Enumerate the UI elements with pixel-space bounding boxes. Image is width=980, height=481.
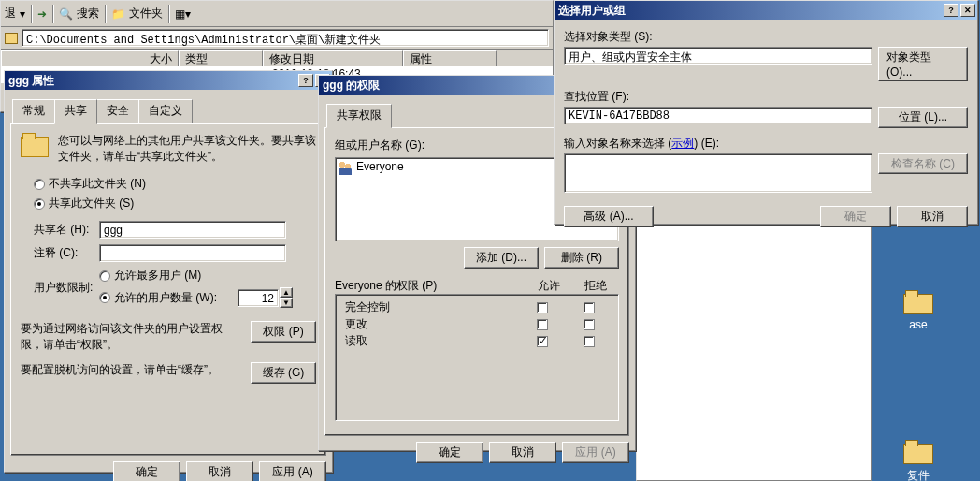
perm-change: 更改 — [339, 316, 521, 332]
search-label[interactable]: 搜索 — [77, 6, 99, 22]
remove-button[interactable]: 删除 (R) — [544, 247, 619, 269]
folders-icon[interactable]: 📁 — [111, 7, 125, 21]
chk-full-allow[interactable] — [537, 302, 548, 313]
label-perm-for: Everyone 的权限 (P) — [335, 278, 526, 294]
col-allow: 允许 — [526, 278, 572, 294]
check-names-button[interactable]: 检查名称 (C) — [878, 153, 968, 174]
chk-change-deny[interactable] — [584, 319, 595, 330]
select-users-dialog: 选择用户或组 ? ✕ 选择对象类型 (S): 用户、组或内置安全主体 对象类型 … — [554, 0, 978, 225]
view-icon[interactable]: ▦▾ — [175, 7, 191, 21]
location-field: KEVIN-6A17BBD88 — [564, 107, 872, 124]
caching-button[interactable]: 缓存 (G) — [251, 362, 316, 384]
chk-read-allow[interactable] — [537, 336, 548, 347]
col-attrs[interactable]: 属性 — [403, 50, 497, 66]
cancel-button[interactable]: 取消 — [897, 206, 968, 227]
apply-button[interactable]: 应用 (A) — [259, 461, 326, 481]
perm-full: 完全控制 — [339, 299, 521, 315]
spin-up[interactable]: ▲ — [280, 287, 293, 298]
permissions-button[interactable]: 权限 (P) — [251, 321, 316, 343]
close-button[interactable]: ✕ — [960, 4, 975, 17]
label-userlimit: 用户数限制: — [34, 280, 99, 296]
example-link[interactable]: 示例 — [671, 137, 694, 150]
tab-share[interactable]: 共享 — [54, 99, 97, 124]
add-button[interactable]: 添加 (D)... — [464, 247, 539, 269]
folders-label[interactable]: 文件夹 — [129, 6, 163, 22]
chk-change-allow[interactable] — [537, 319, 548, 330]
address-input[interactable]: C:\Documents and Settings\Administrator\… — [22, 29, 549, 47]
col-type[interactable]: 类型 — [179, 50, 263, 66]
tab-security[interactable]: 安全 — [96, 99, 139, 123]
properties-title: ggg 属性 — [8, 73, 54, 89]
sharename-input[interactable]: ggg — [99, 221, 286, 239]
folder-icon — [903, 290, 933, 314]
label-sharename: 共享名 (H): — [34, 222, 99, 238]
desktop-item-ase[interactable]: ase — [890, 290, 946, 331]
col-size[interactable]: 大小 — [1, 50, 179, 66]
spin-down[interactable]: ▼ — [280, 298, 293, 308]
apply-button[interactable]: 应用 (A) — [562, 442, 629, 463]
folder-icon — [903, 440, 933, 464]
properties-dialog: ggg 属性 ? ✕ 常规 共享 安全 自定义 您可以与网络上的其他用户共享该文… — [4, 70, 333, 473]
search-icon[interactable]: 🔍 — [59, 7, 73, 21]
help-button[interactable]: ? — [944, 4, 958, 17]
advanced-button[interactable]: 高级 (A)... — [564, 206, 654, 227]
location-button[interactable]: 位置 (L)... — [878, 107, 968, 128]
share-folder-icon — [21, 133, 50, 159]
desktop-item-copy[interactable]: 复件 — [890, 440, 946, 481]
tab-general[interactable]: 常规 — [12, 99, 55, 123]
col-deny: 拒绝 — [572, 278, 619, 294]
properties-tabs: 常规 共享 安全 自定义 — [10, 99, 326, 123]
chk-full-deny[interactable] — [584, 302, 595, 313]
desktop-item-label: 复件 — [907, 469, 930, 481]
label-comment: 注释 (C): — [34, 245, 99, 261]
cancel-button[interactable]: 取消 — [489, 442, 556, 463]
cache-note: 要配置脱机访问的设置，请单击“缓存”。 — [21, 362, 243, 378]
column-headers: 大小 类型 修改日期 属性 — [1, 50, 553, 66]
comment-input[interactable] — [99, 244, 286, 262]
radio-share[interactable]: 共享此文件夹 (S) — [34, 196, 134, 211]
cancel-button[interactable]: 取消 — [186, 461, 253, 481]
ok-button[interactable]: 确定 — [113, 461, 180, 481]
group-icon — [338, 160, 353, 175]
explorer-client-area — [636, 225, 872, 481]
permissions-title: ggg 的权限 — [323, 78, 380, 94]
obj-name-input[interactable] — [564, 153, 872, 193]
back-button[interactable]: 退 — [5, 6, 16, 22]
ok-button[interactable]: 确定 — [416, 442, 483, 463]
properties-titlebar: ggg 属性 ? ✕ — [5, 71, 332, 90]
nav-icon[interactable]: ➜ — [37, 7, 47, 21]
label-obj-type: 选择对象类型 (S): — [564, 29, 968, 45]
radio-max-users[interactable]: 允许最多用户 (M) — [99, 268, 201, 284]
tab-custom[interactable]: 自定义 — [138, 99, 193, 123]
address-bar: C:\Documents and Settings\Administrator\… — [1, 27, 553, 50]
radio-num-users[interactable]: 允许的用户数量 (W): 12 ▲ ▼ — [99, 287, 293, 308]
desktop-item-label: ase — [909, 318, 927, 331]
help-button[interactable]: ? — [298, 74, 313, 87]
perm-note: 要为通过网络访问该文件夹的用户设置权限，请单击“权限”。 — [21, 321, 243, 353]
share-tab-body: 您可以与网络上的其他用户共享该文件夹。要共享该文件夹，请单击“共享此文件夹”。 … — [10, 123, 326, 456]
chk-read-deny[interactable] — [584, 336, 595, 347]
select-users-title: 选择用户或组 — [558, 3, 626, 19]
dropdown-icon[interactable]: ▾ — [20, 7, 25, 21]
share-intro-text: 您可以与网络上的其他用户共享该文件夹。要共享该文件夹，请单击“共享此文件夹”。 — [58, 133, 316, 165]
label-obj-name: 输入对象名称来选择 (示例) (E): — [564, 137, 719, 150]
obj-type-button[interactable]: 对象类型 (O)... — [878, 47, 968, 81]
radio-noshare[interactable]: 不共享此文件夹 (N) — [34, 176, 146, 192]
tab-share-perm[interactable]: 共享权限 — [326, 104, 392, 128]
select-users-titlebar: 选择用户或组 ? ✕ — [555, 1, 977, 20]
ok-button[interactable]: 确定 — [820, 206, 891, 227]
folder-icon — [5, 33, 18, 44]
user-count-input[interactable]: 12 — [238, 289, 279, 307]
explorer-toolbar: 退 ▾ ➜ 🔍 搜索 📁 文件夹 ▦▾ — [1, 1, 553, 27]
obj-type-field: 用户、组或内置安全主体 — [564, 47, 872, 65]
label-location: 查找位置 (F): — [564, 89, 968, 105]
perm-grid: 完全控制 更改 读取 — [335, 294, 619, 421]
perm-read: 读取 — [339, 333, 521, 349]
col-modified[interactable]: 修改日期 — [263, 50, 403, 66]
